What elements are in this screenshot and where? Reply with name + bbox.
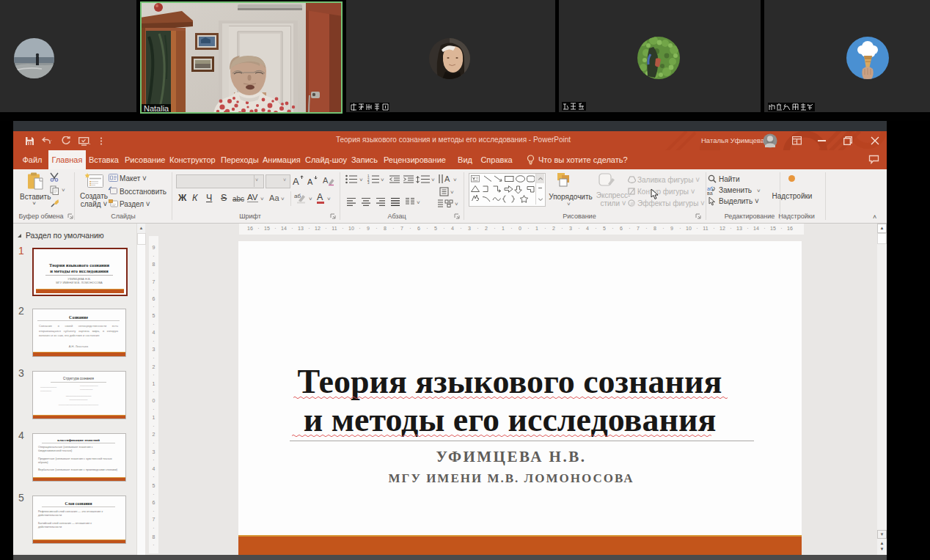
svg-text:А: А (293, 176, 299, 186)
svg-text:˅: ˅ (453, 177, 457, 183)
svg-text:˅: ˅ (417, 199, 420, 206)
svg-text:А: А (307, 177, 313, 186)
svg-text:˅: ˅ (381, 177, 384, 183)
svg-text:А: А (323, 176, 329, 185)
svg-text:аб: аб (294, 193, 301, 199)
svg-text:ва: ва (707, 191, 713, 195)
svg-text:А: А (444, 174, 450, 183)
svg-text:˅: ˅ (359, 177, 363, 183)
svg-text:˅: ˅ (450, 189, 454, 196)
svg-text:˅: ˅ (455, 201, 458, 207)
svg-text:˅: ˅ (431, 177, 435, 183)
svg-text:3: 3 (367, 181, 370, 185)
